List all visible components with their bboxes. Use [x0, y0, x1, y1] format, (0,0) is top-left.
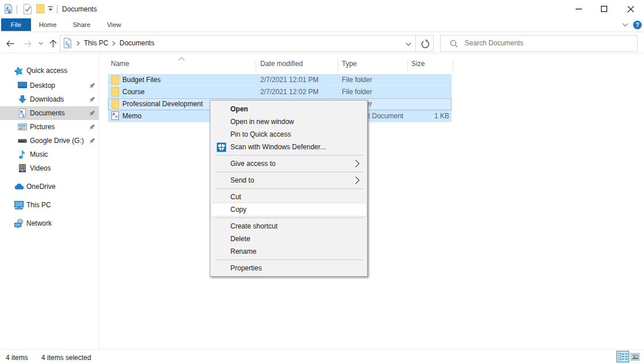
svg-text:?: ? [635, 21, 639, 28]
